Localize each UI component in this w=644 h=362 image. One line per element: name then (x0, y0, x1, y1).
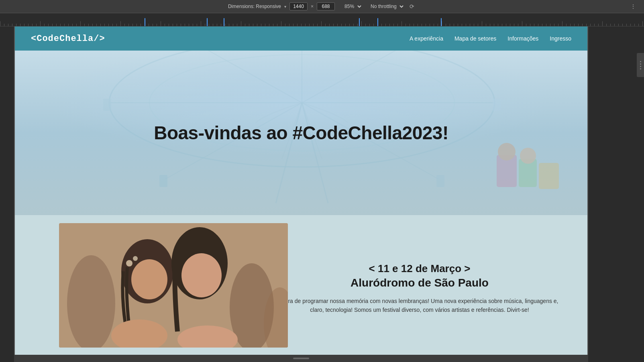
svg-point-22 (520, 148, 536, 164)
breakpoint-marker-6[interactable] (441, 18, 442, 26)
svg-rect-14 (159, 175, 167, 187)
svg-rect-11 (493, 99, 501, 111)
zoom-select[interactable]: 85% (341, 2, 363, 10)
dimension-separator: × (311, 4, 314, 9)
svg-rect-10 (103, 99, 111, 111)
breakpoint-marker-4[interactable] (359, 18, 360, 26)
svg-line-5 (165, 51, 302, 103)
nav-link-map[interactable]: Mapa de setores (454, 35, 496, 42)
lower-image-col (15, 215, 252, 362)
breakpoint-marker-1[interactable] (145, 18, 145, 26)
height-input[interactable] (317, 2, 335, 10)
lower-text-col: < 11 e 12 de Março > Aluródromo de São P… (252, 215, 587, 362)
breakpoint-marker-5[interactable] (377, 18, 378, 26)
svg-point-21 (498, 143, 516, 161)
festival-photo (59, 223, 288, 348)
devtools-topbar: Dimensions: Responsive ▾ × 85% No thrott… (0, 0, 644, 13)
event-description: Hora de programar nossa memória com nova… (276, 297, 563, 315)
svg-line-17 (302, 103, 328, 203)
breakpoint-marker-2[interactable] (207, 18, 208, 26)
nav-link-experience[interactable]: A experiência (410, 35, 443, 42)
bottom-scrollbar[interactable] (14, 355, 588, 362)
nav-item-info[interactable]: Informações (507, 35, 538, 42)
lower-section: < 11 e 12 de Março > Aluródromo de São P… (15, 215, 587, 362)
svg-line-6 (302, 51, 438, 103)
breakpoint-marker-3[interactable] (224, 18, 224, 26)
site-logo: <CodeChella/> (31, 34, 105, 44)
nav-item-experience[interactable]: A experiência (410, 35, 443, 42)
svg-rect-20 (539, 163, 559, 189)
width-input[interactable] (289, 2, 308, 10)
dimensions-label: Dimensions: Responsive (228, 4, 281, 9)
handle-dot-2 (640, 63, 641, 65)
browser-viewport: <CodeChella/> A experiência Mapa de seto… (14, 26, 588, 362)
nav-link-ticket[interactable]: Ingresso (550, 35, 571, 42)
rotate-icon-btn[interactable]: ⟳ (408, 2, 416, 10)
ruler-ticks (0, 13, 644, 26)
handle-dots (640, 61, 641, 69)
handle-dot-4 (640, 68, 641, 69)
nav-item-map[interactable]: Mapa de setores (454, 35, 496, 42)
photo-illustration (59, 223, 288, 348)
throttle-select[interactable]: No throttling (367, 2, 405, 10)
site-nav-links: A experiência Mapa de setores Informaçõe… (410, 35, 571, 42)
event-venue: Aluródromo de São Paulo (276, 277, 563, 289)
svg-rect-15 (436, 175, 444, 187)
scroll-indicator (293, 358, 309, 359)
ruler-bar (0, 13, 644, 26)
handle-dot-1 (640, 61, 641, 62)
nav-item-ticket[interactable]: Ingresso (550, 35, 571, 42)
svg-line-16 (276, 103, 302, 203)
event-date: < 11 e 12 de Março > (276, 262, 563, 275)
site-nav: <CodeChella/> A experiência Mapa de seto… (15, 26, 587, 51)
nav-link-info[interactable]: Informações (507, 35, 538, 42)
handle-dot-3 (640, 66, 641, 67)
svg-rect-35 (59, 223, 288, 348)
hero-title: Boas-vindas ao #CodeChella2023! (154, 122, 448, 144)
more-options-btn[interactable]: ⋮ (629, 2, 638, 10)
resize-handle[interactable] (637, 53, 644, 77)
dropdown-arrow[interactable]: ▾ (284, 4, 286, 9)
hero-section: Boas-vindas ao #CodeChella2023! (15, 51, 587, 215)
